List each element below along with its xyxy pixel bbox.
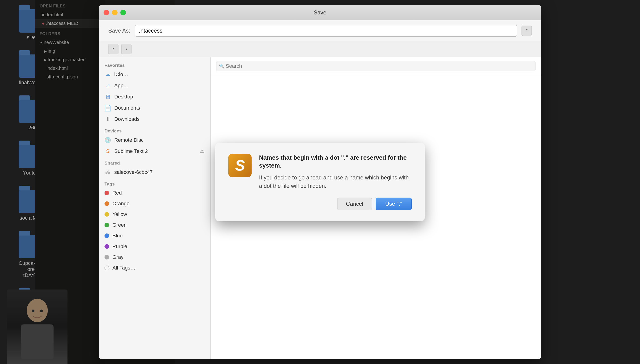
desktop: sDev finalWebsite 266 YoutueS socialMenu… xyxy=(0,0,640,364)
alert-text: Names that begin with a dot "." are rese… xyxy=(259,154,412,190)
save-dialog-overlay: Save Save As: ⌃ ‹ › Favorites xyxy=(0,0,640,364)
use-dot-button[interactable]: Use "." xyxy=(376,198,412,210)
alert-title: Names that begin with a dot "." are rese… xyxy=(259,154,412,170)
alert-dialog: S Names that begin with a dot "." are re… xyxy=(215,143,425,221)
save-dialog: Save Save As: ⌃ ‹ › Favorites xyxy=(99,5,541,359)
alert-body: If you decide to go ahead and use a name… xyxy=(259,174,412,190)
cancel-button[interactable]: Cancel xyxy=(337,198,372,210)
alert-overlay: S Names that begin with a dot "." are re… xyxy=(99,5,541,359)
alert-content: S Names that begin with a dot "." are re… xyxy=(228,154,412,190)
alert-app-icon: S xyxy=(228,154,252,177)
alert-buttons: Cancel Use "." xyxy=(228,198,412,210)
